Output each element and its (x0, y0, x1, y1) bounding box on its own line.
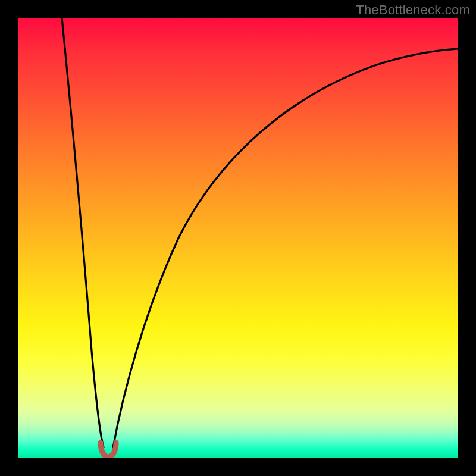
watermark-text: TheBottleneck.com (356, 2, 470, 18)
outer-frame: TheBottleneck.com (0, 0, 476, 476)
valley-u-marker (101, 443, 116, 457)
curve-left-branch (62, 18, 104, 447)
curve-right-branch (113, 49, 458, 447)
curve-layer (18, 18, 458, 458)
plot-area (18, 18, 458, 458)
